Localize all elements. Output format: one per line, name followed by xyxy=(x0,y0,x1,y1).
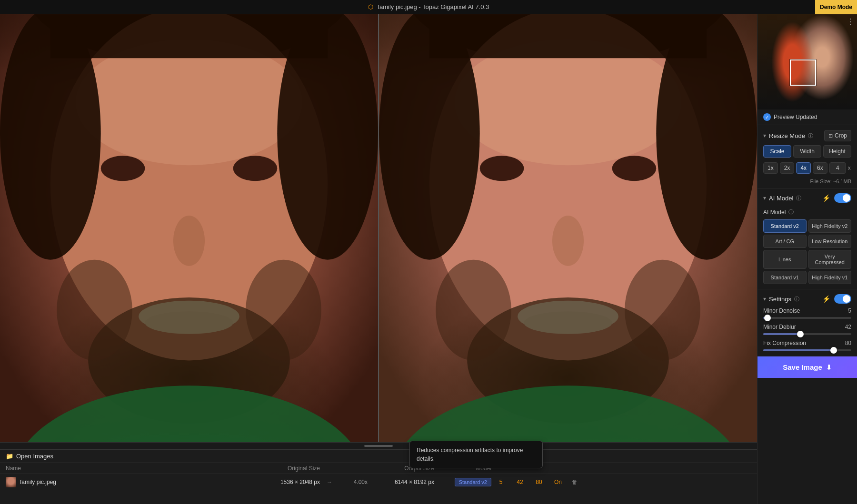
scale-custom-input[interactable] xyxy=(829,162,846,174)
ai-model-sublabel-row: AI Model ⓘ xyxy=(757,207,857,219)
file-name: family pic.jpeg xyxy=(20,479,56,485)
ai-model-header: ▾ AI Model ⓘ ⚡ xyxy=(757,188,857,207)
col-name-header: Name xyxy=(6,465,253,472)
minor-denoise-label: Minor Denoise xyxy=(763,307,800,314)
scale-cell: 4.00x xyxy=(339,479,368,485)
col-delete-header xyxy=(568,465,582,472)
model-standard-v1-button[interactable]: Standard v1 xyxy=(763,271,807,284)
ai-model-toggle[interactable] xyxy=(834,193,851,203)
preview-updated-label: Preview Updated xyxy=(774,114,817,120)
image-compare[interactable] xyxy=(0,14,757,442)
minor-denoise-track[interactable] xyxy=(763,317,851,319)
table-row[interactable]: family pic.jpeg 1536 × 2048 px → 4.00x 6… xyxy=(0,474,757,490)
model-grid: Standard v2 High Fidelity v2 Art / CG Lo… xyxy=(757,219,857,289)
svg-point-19 xyxy=(612,156,657,181)
fix-compression-track[interactable] xyxy=(763,349,851,351)
model-art-cg-button[interactable]: Art / CG xyxy=(763,235,807,248)
ai-model-sub-info-icon[interactable]: ⓘ xyxy=(788,208,794,216)
crop-button[interactable]: ⊡ Crop xyxy=(824,130,851,141)
delete-cell[interactable]: 🗑 xyxy=(568,479,582,485)
scale-4x-button[interactable]: 4x xyxy=(796,162,811,174)
tooltip-box: Reduces compression artifacts to improve… xyxy=(409,441,543,468)
tooltip-text: Reduces compression artifacts to improve… xyxy=(417,447,523,462)
on-cell: On xyxy=(548,479,568,485)
image-upscaled xyxy=(379,14,757,442)
width-mode-button[interactable]: Width xyxy=(793,145,821,158)
model-very-compressed-button[interactable]: Very Compressed xyxy=(808,250,852,269)
model-high-fidelity-v1-button[interactable]: High Fidelity v1 xyxy=(808,271,852,284)
fix-compression-slider-row: Fix Compression 80 xyxy=(757,340,857,356)
resize-mode-label: Resize Mode xyxy=(769,132,805,139)
delete-icon[interactable]: 🗑 xyxy=(572,479,578,485)
open-images-label: Open Images xyxy=(16,453,53,460)
settings-toggle-knob xyxy=(843,295,850,303)
settings-lightning-icon: ⚡ xyxy=(822,295,830,303)
svg-point-25 xyxy=(625,260,700,361)
minor-deblur-track[interactable] xyxy=(763,333,851,335)
ai-model-sublabel: AI Model xyxy=(763,209,786,216)
model-cell: Standard v2 xyxy=(434,479,491,485)
minor-deblur-fill xyxy=(763,333,800,335)
settings-chevron[interactable]: ▾ xyxy=(763,296,766,302)
check-icon: ✓ xyxy=(763,113,771,121)
model-high-fidelity-v2-button[interactable]: High Fidelity v2 xyxy=(808,219,852,233)
settings-info-icon[interactable]: ⓘ xyxy=(794,296,799,303)
svg-rect-14 xyxy=(50,14,328,58)
save-image-button[interactable]: Save Image ⬇ xyxy=(757,356,857,378)
svg-point-18 xyxy=(480,156,524,181)
demo-badge: Demo Mode xyxy=(815,0,857,14)
minor-deblur-label: Minor Deblur xyxy=(763,324,796,330)
minor-deblur-slider-row: Minor Deblur 42 xyxy=(757,324,857,340)
ai-model-toggle-area: ⚡ xyxy=(822,193,851,203)
folder-icon: 📁 xyxy=(6,453,13,460)
svg-point-9 xyxy=(57,260,132,361)
settings-title: ▾ Settings ⓘ xyxy=(763,296,799,303)
thumbnail-crop-box[interactable] xyxy=(790,59,816,86)
three-dots-button[interactable]: ⋮ xyxy=(847,17,854,26)
top-bar: ⬡ family pic.jpeg - Topaz Gigapixel AI 7… xyxy=(0,0,857,14)
scale-x-label: x xyxy=(848,165,851,171)
ai-model-label: AI Model xyxy=(769,195,793,202)
image-scroll-indicator xyxy=(0,442,757,449)
file-size-text: File Size: ~6.1MB xyxy=(757,178,857,188)
model-standard-v2-button[interactable]: Standard v2 xyxy=(763,219,807,233)
fix-compression-thumb[interactable] xyxy=(830,347,837,354)
scale-1x-button[interactable]: 1x xyxy=(763,162,778,174)
svg-point-4 xyxy=(233,156,278,181)
resize-mode-chevron[interactable]: ▾ xyxy=(763,132,766,139)
crop-label: Crop xyxy=(835,132,847,139)
model-badge: Standard v2 xyxy=(455,478,491,486)
settings-toggle[interactable] xyxy=(834,294,851,304)
scale-mode-button[interactable]: Scale xyxy=(763,145,791,158)
height-mode-button[interactable]: Height xyxy=(823,145,851,158)
resize-btn-group: Scale Width Height xyxy=(757,145,857,162)
resize-mode-info-icon[interactable]: ⓘ xyxy=(808,132,813,139)
ai-model-section: ▾ AI Model ⓘ ⚡ AI Model ⓘ Standard v2 xyxy=(757,188,857,289)
resize-mode-actions: ⊡ Crop xyxy=(824,130,851,141)
output-size-cell: 6144 × 8192 px xyxy=(368,479,434,485)
model-low-resolution-button[interactable]: Low Resolution xyxy=(808,235,852,248)
resize-mode-title: ▾ Resize Mode ⓘ xyxy=(763,132,813,139)
lightning-icon: ⚡ xyxy=(822,194,830,202)
ai-model-title: ▾ AI Model ⓘ xyxy=(763,195,801,202)
main-layout: 📁 Open Images Name Original Size Output … xyxy=(0,14,857,504)
fix-compression-value: 80 xyxy=(845,340,851,346)
scale-2x-button[interactable]: 2x xyxy=(780,162,795,174)
col-orig-header: Original Size xyxy=(253,465,320,472)
minor-denoise-thumb[interactable] xyxy=(764,315,771,321)
minor-deblur-thumb[interactable] xyxy=(797,331,804,337)
settings-header: ▾ Settings ⓘ ⚡ xyxy=(757,289,857,307)
resize-mode-section: ▾ Resize Mode ⓘ ⊡ Crop Scale Width Heigh… xyxy=(757,125,857,188)
minor-denoise-cell: 5 xyxy=(491,479,510,485)
open-images-header: 📁 Open Images xyxy=(0,450,757,463)
ai-model-chevron[interactable]: ▾ xyxy=(763,195,766,201)
scale-6x-button[interactable]: 6x xyxy=(813,162,827,174)
arrow-cell: → xyxy=(320,479,339,485)
minor-deblur-cell: 42 xyxy=(510,479,529,485)
model-lines-button[interactable]: Lines xyxy=(763,250,807,269)
minor-denoise-value: 5 xyxy=(848,307,851,314)
ai-model-info-icon[interactable]: ⓘ xyxy=(796,195,801,202)
bottom-panel: 📁 Open Images Name Original Size Output … xyxy=(0,449,757,504)
save-icon: ⬇ xyxy=(826,364,832,371)
svg-point-11 xyxy=(12,385,365,442)
